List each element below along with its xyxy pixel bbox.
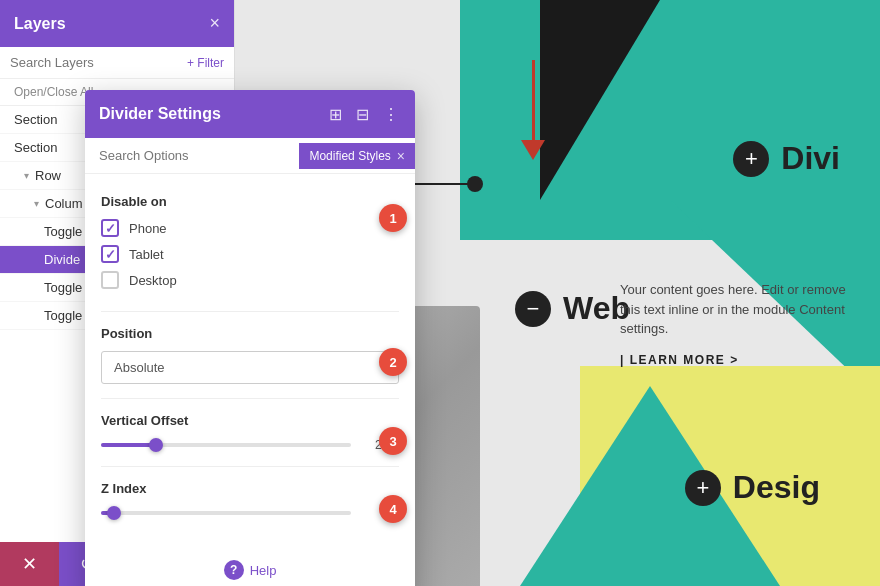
vertical-offset-slider-row: 22% xyxy=(101,438,399,452)
tree-item-label: Row xyxy=(35,168,61,183)
filter-button[interactable]: + Filter xyxy=(187,56,224,70)
canvas-design-section: + Desig xyxy=(685,469,820,506)
settings-panel: Divider Settings ⊞ ⊟ ⋮ Modified Styles ×… xyxy=(85,90,415,586)
canvas-content: Your content goes here. Edit or remove t… xyxy=(620,280,850,369)
vertical-offset-track[interactable] xyxy=(101,443,351,447)
plus-icon: + xyxy=(733,141,769,177)
badge-close-icon[interactable]: × xyxy=(397,148,405,164)
modified-styles-label: Modified Styles xyxy=(309,149,390,163)
modified-styles-badge[interactable]: Modified Styles × xyxy=(299,143,415,169)
layers-search-row: + Filter xyxy=(0,47,234,79)
phone-label: Phone xyxy=(129,221,167,236)
disable-on-label: Disable on xyxy=(101,194,399,209)
filter-label: + Filter xyxy=(187,56,224,70)
settings-search-row: Modified Styles × xyxy=(85,138,415,174)
desktop-label: Desktop xyxy=(129,273,177,288)
design-plus-icon: + xyxy=(685,470,721,506)
content-text: Your content goes here. Edit or remove t… xyxy=(620,282,846,336)
z-index-section: Z Index 1 4 xyxy=(101,481,399,534)
position-label: Position xyxy=(101,326,399,341)
chevron-icon: ▾ xyxy=(24,170,29,181)
help-icon: ? xyxy=(224,560,244,580)
canvas-web-section: − Web xyxy=(515,290,630,327)
layers-search-input[interactable] xyxy=(10,55,181,70)
canvas-divi-section: + Divi xyxy=(733,140,840,177)
annotation-bubble-2: 2 xyxy=(379,348,407,376)
checkmark-icon: ✓ xyxy=(105,221,116,236)
settings-header: Divider Settings ⊞ ⊟ ⋮ xyxy=(85,90,415,138)
tree-item-label: Toggle xyxy=(44,224,82,239)
desktop-checkbox[interactable] xyxy=(101,271,119,289)
z-index-label: Z Index xyxy=(101,481,399,496)
learn-more-link[interactable]: | LEARN MORE > xyxy=(620,351,850,369)
desktop-checkbox-row: Desktop xyxy=(101,271,399,289)
layers-header: Layers × xyxy=(0,0,234,47)
vertical-offset-thumb[interactable] xyxy=(149,438,163,452)
tablet-checkbox-row: ✓ Tablet xyxy=(101,245,399,263)
tree-item-label: Divide xyxy=(44,252,80,267)
annotation-bubble-1: 1 xyxy=(379,204,407,232)
settings-expand-icon[interactable]: ⊟ xyxy=(354,103,371,126)
settings-body: Disable on ✓ Phone ✓ Tablet Desktop 1 xyxy=(85,174,415,586)
tablet-label: Tablet xyxy=(129,247,164,262)
design-label: Desig xyxy=(733,469,820,506)
chevron-icon: ▾ xyxy=(34,198,39,209)
layers-close-button[interactable]: × xyxy=(209,13,220,34)
z-index-slider-row: 1 xyxy=(101,506,399,520)
disable-on-section: Disable on ✓ Phone ✓ Tablet Desktop 1 xyxy=(101,194,399,312)
checkmark-icon: ✓ xyxy=(105,247,116,262)
phone-checkbox-row: ✓ Phone xyxy=(101,219,399,237)
settings-icon-group: ⊞ ⊟ ⋮ xyxy=(327,103,401,126)
phone-checkbox[interactable]: ✓ xyxy=(101,219,119,237)
position-section: Position Absolute Relative Fixed Sticky … xyxy=(101,326,399,399)
tree-item-label: Section xyxy=(14,140,57,155)
connector-line xyxy=(415,183,475,185)
z-index-thumb[interactable] xyxy=(107,506,121,520)
settings-more-icon[interactable]: ⋮ xyxy=(381,103,401,126)
divi-label: Divi xyxy=(781,140,840,177)
tree-item-label: Colum xyxy=(45,196,83,211)
annotation-bubble-4: 4 xyxy=(379,495,407,523)
vertical-offset-label: Vertical Offset xyxy=(101,413,399,428)
help-label: Help xyxy=(250,563,277,578)
help-row[interactable]: ? Help xyxy=(101,548,399,586)
settings-search-input[interactable] xyxy=(85,138,299,173)
vertical-offset-section: Vertical Offset 22% 3 xyxy=(101,413,399,467)
footer-delete-button[interactable]: ✕ xyxy=(0,542,59,586)
connector-dot xyxy=(467,176,483,192)
tree-item-label: Toggle xyxy=(44,308,82,323)
tree-item-label: Section xyxy=(14,112,57,127)
z-index-track[interactable] xyxy=(101,511,351,515)
settings-title: Divider Settings xyxy=(99,105,221,123)
minus-icon: − xyxy=(515,291,551,327)
tree-item-label: Toggle xyxy=(44,280,82,295)
settings-copy-icon[interactable]: ⊞ xyxy=(327,103,344,126)
annotation-bubble-3: 3 xyxy=(379,427,407,455)
position-select-wrapper: Absolute Relative Fixed Sticky ▾ xyxy=(101,351,399,384)
tablet-checkbox[interactable]: ✓ xyxy=(101,245,119,263)
position-select[interactable]: Absolute Relative Fixed Sticky xyxy=(101,351,399,384)
layers-title: Layers xyxy=(14,15,66,33)
arrow-indicator xyxy=(521,60,545,160)
vertical-offset-fill xyxy=(101,443,156,447)
